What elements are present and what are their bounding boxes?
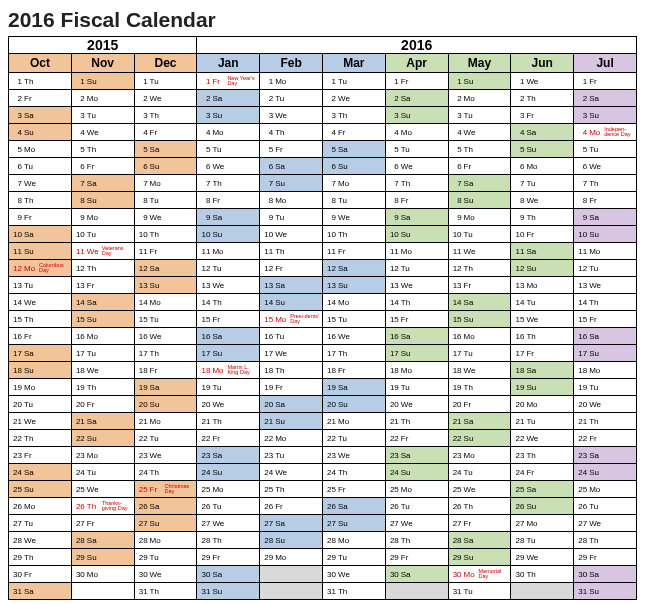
day-cell bbox=[385, 583, 448, 600]
day-number: 20 bbox=[137, 400, 150, 409]
day-number: 22 bbox=[513, 434, 526, 443]
day-number: 7 bbox=[74, 179, 87, 188]
day-abbrev: Mo bbox=[464, 94, 479, 103]
day-number: 15 bbox=[262, 315, 275, 324]
day-abbrev: Tu bbox=[150, 315, 165, 324]
day-abbrev: Fr bbox=[24, 451, 39, 460]
day-cell: 30Fr bbox=[9, 566, 72, 583]
holiday-label: Indepen-dence Day bbox=[604, 127, 634, 138]
day-abbrev: Mo bbox=[526, 162, 541, 171]
day-number: 16 bbox=[74, 332, 87, 341]
day-cell: 3Th bbox=[134, 107, 197, 124]
day-abbrev: Fr bbox=[24, 332, 39, 341]
day-abbrev: Su bbox=[464, 553, 479, 562]
day-abbrev: We bbox=[401, 281, 416, 290]
day-number: 28 bbox=[199, 536, 212, 545]
day-cell: 18Mo bbox=[574, 362, 637, 379]
day-cell: 30Th bbox=[511, 566, 574, 583]
day-cell: 3Tu bbox=[71, 107, 134, 124]
day-number: 21 bbox=[451, 417, 464, 426]
day-cell: 31Su bbox=[574, 583, 637, 600]
day-number: 3 bbox=[325, 111, 338, 120]
day-number: 25 bbox=[576, 485, 589, 494]
holiday-label: Memorial Day bbox=[479, 569, 509, 580]
day-number: 13 bbox=[199, 281, 212, 290]
day-cell: 21Th bbox=[385, 413, 448, 430]
day-cell: 13Tu bbox=[9, 277, 72, 294]
day-cell: 26Sa bbox=[322, 498, 385, 515]
day-cell: 18Th bbox=[260, 362, 323, 379]
day-abbrev: Sa bbox=[589, 451, 604, 460]
day-number: 5 bbox=[262, 145, 275, 154]
day-number: 11 bbox=[74, 247, 87, 256]
day-cell: 1Tu bbox=[322, 73, 385, 90]
day-number: 12 bbox=[576, 264, 589, 273]
day-abbrev: Th bbox=[150, 587, 165, 596]
day-cell: 10Th bbox=[134, 226, 197, 243]
day-cell: 9We bbox=[134, 209, 197, 226]
day-cell: 23Tu bbox=[260, 447, 323, 464]
day-cell: 24Tu bbox=[71, 464, 134, 481]
day-cell: 12Sa bbox=[322, 260, 385, 277]
day-abbrev: Sa bbox=[24, 111, 39, 120]
day-abbrev: We bbox=[401, 519, 416, 528]
day-number: 31 bbox=[451, 587, 464, 596]
day-cell: 6We bbox=[197, 158, 260, 175]
day-abbrev: Tu bbox=[150, 77, 165, 86]
day-cell bbox=[260, 583, 323, 600]
day-abbrev: We bbox=[24, 298, 39, 307]
day-number: 20 bbox=[11, 400, 24, 409]
day-number: 30 bbox=[199, 570, 212, 579]
day-abbrev: Fr bbox=[464, 519, 479, 528]
day-number: 2 bbox=[513, 94, 526, 103]
day-number: 6 bbox=[576, 162, 589, 171]
day-abbrev: We bbox=[526, 77, 541, 86]
day-number: 22 bbox=[325, 434, 338, 443]
day-cell: 19Tu bbox=[574, 379, 637, 396]
day-abbrev: Su bbox=[464, 77, 479, 86]
day-abbrev: Mo bbox=[464, 570, 479, 579]
day-abbrev: Tu bbox=[24, 400, 39, 409]
day-number: 17 bbox=[325, 349, 338, 358]
day-number: 16 bbox=[137, 332, 150, 341]
day-cell: 21Mo bbox=[134, 413, 197, 430]
day-number: 8 bbox=[451, 196, 464, 205]
day-cell: 18Fr bbox=[322, 362, 385, 379]
day-number: 23 bbox=[262, 451, 275, 460]
day-abbrev: We bbox=[526, 196, 541, 205]
day-number: 21 bbox=[137, 417, 150, 426]
day-abbrev: We bbox=[589, 162, 604, 171]
day-number: 23 bbox=[576, 451, 589, 460]
day-abbrev: We bbox=[275, 349, 290, 358]
day-cell: 26Fr bbox=[260, 498, 323, 515]
day-number: 14 bbox=[137, 298, 150, 307]
day-number: 23 bbox=[199, 451, 212, 460]
day-cell: 25Fr bbox=[322, 481, 385, 498]
day-abbrev: Th bbox=[526, 332, 541, 341]
day-number: 20 bbox=[74, 400, 87, 409]
day-number: 31 bbox=[11, 587, 24, 596]
day-abbrev: Tu bbox=[87, 111, 102, 120]
day-abbrev: Sa bbox=[589, 332, 604, 341]
day-abbrev: We bbox=[401, 400, 416, 409]
day-abbrev: Su bbox=[401, 111, 416, 120]
day-cell: 2Sa bbox=[385, 90, 448, 107]
day-number: 13 bbox=[388, 281, 401, 290]
day-cell: 31Th bbox=[134, 583, 197, 600]
day-number: 30 bbox=[451, 570, 464, 579]
day-number: 28 bbox=[451, 536, 464, 545]
day-number: 29 bbox=[74, 553, 87, 562]
day-number: 29 bbox=[11, 553, 24, 562]
day-number: 1 bbox=[576, 77, 589, 86]
day-abbrev: Th bbox=[212, 179, 227, 188]
day-number: 15 bbox=[513, 315, 526, 324]
day-abbrev: Su bbox=[275, 179, 290, 188]
day-number: 9 bbox=[262, 213, 275, 222]
day-cell: 26Th bbox=[448, 498, 511, 515]
day-number: 10 bbox=[388, 230, 401, 239]
day-number: 10 bbox=[137, 230, 150, 239]
day-number: 5 bbox=[325, 145, 338, 154]
day-cell: 15Fr bbox=[574, 311, 637, 328]
day-cell: 7We bbox=[9, 175, 72, 192]
day-abbrev: Mo bbox=[212, 366, 227, 375]
